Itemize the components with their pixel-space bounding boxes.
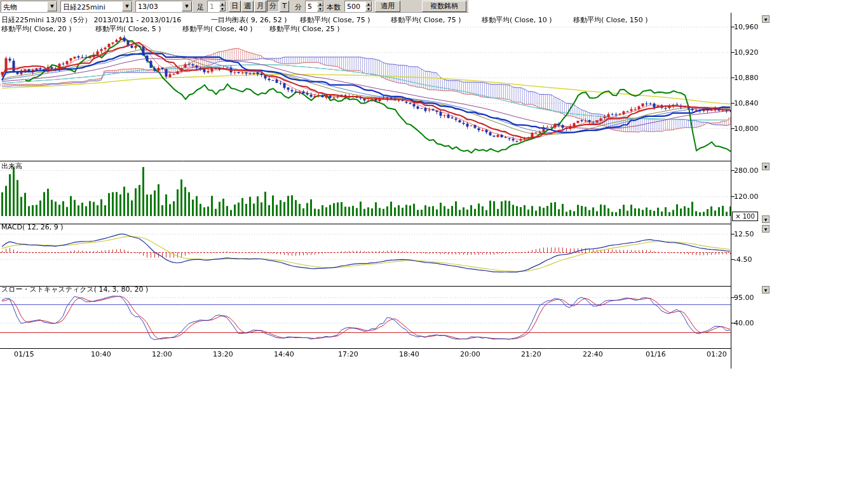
spin-down-icon[interactable]: ▼ bbox=[219, 6, 226, 11]
macd-axis-label: -4.50 bbox=[734, 255, 752, 264]
time-axis-label: 01:20 bbox=[707, 350, 727, 358]
price-axis-label: 10,920 bbox=[734, 48, 759, 57]
bar-count-value: 500 bbox=[347, 3, 360, 11]
indicator-label-ma150: 移動平均( Close, 150 ) bbox=[573, 15, 648, 25]
price-panel-collapse-button[interactable]: ▼ bbox=[762, 15, 770, 23]
time-axis-label: 18:40 bbox=[399, 350, 419, 358]
volume-axis-label: 280.00 bbox=[734, 166, 759, 175]
instrument-type-value: 先物 bbox=[3, 3, 17, 12]
macd-axis-label: 12.50 bbox=[734, 230, 754, 238]
macd-panel-title: MACD( 12, 26, 9 ) bbox=[1, 223, 64, 231]
minute-stepper[interactable]: 5 ▲ ▼ bbox=[305, 1, 324, 12]
bar-count-stepper[interactable]: 500 ▲ ▼ bbox=[344, 1, 372, 12]
indicator-label-ma20: 移動平均( Close, 20 ) bbox=[1, 24, 72, 34]
price-axis-label: 10,960 bbox=[734, 23, 759, 31]
time-axis-label: 17:20 bbox=[338, 350, 358, 358]
spin-up-icon[interactable]: ▲ bbox=[365, 1, 372, 6]
period-month-button[interactable]: 月 bbox=[254, 1, 266, 12]
minute-label: 分 bbox=[295, 3, 302, 12]
stoch-panel-collapse-button[interactable]: ▼ bbox=[762, 286, 770, 294]
time-axis-label: 12:00 bbox=[152, 350, 172, 358]
volume-axis-label: 120.00 bbox=[734, 193, 759, 201]
chevron-down-icon[interactable]: ▼ bbox=[182, 1, 192, 11]
volume-panel-collapse-button[interactable]: ▼ bbox=[762, 163, 770, 170]
volume-scale-collapse-button[interactable]: ▼ bbox=[762, 215, 770, 223]
spin-down-icon[interactable]: ▼ bbox=[317, 6, 323, 11]
chart-area[interactable] bbox=[0, 13, 770, 369]
minute-value: 5 bbox=[308, 3, 312, 11]
time-axis-label: 13:20 bbox=[213, 350, 233, 358]
volume-multiplier-badge: × 100 bbox=[732, 212, 758, 221]
contract-month-value: 13/03 bbox=[138, 3, 158, 11]
period-day-button[interactable]: 日 bbox=[229, 1, 241, 12]
interval-stepper[interactable]: 1 ▲ ▼ bbox=[207, 1, 226, 12]
stoch-axis-label: 95.00 bbox=[734, 294, 754, 302]
stochastics-panel-title: スロー・ストキャスティクス( 14, 3, 80, 20 ) bbox=[1, 285, 148, 294]
apply-button[interactable]: 適用 bbox=[375, 1, 400, 12]
period-week-button[interactable]: 週 bbox=[241, 1, 254, 12]
bar-type-label: 足 bbox=[197, 3, 204, 12]
price-axis-label: 10,800 bbox=[734, 125, 759, 133]
chevron-down-icon[interactable]: ▼ bbox=[122, 1, 132, 11]
time-axis-label: 20:00 bbox=[460, 350, 480, 358]
time-axis-label: 10:40 bbox=[91, 350, 111, 358]
spin-up-icon[interactable]: ▲ bbox=[317, 1, 323, 6]
indicator-label-ma75b: 移動平均( Close, 75 ) bbox=[391, 15, 461, 25]
macd-panel-collapse-button[interactable]: ▼ bbox=[762, 225, 770, 233]
indicator-label-ma5: 移動平均( Close, 5 ) bbox=[95, 24, 161, 34]
time-axis-label: 01/15 bbox=[14, 350, 34, 358]
indicator-label-ma75: 移動平均( Close, 75 ) bbox=[300, 15, 370, 25]
time-axis-label: 22:40 bbox=[583, 350, 603, 358]
chevron-down-icon[interactable]: ▼ bbox=[47, 1, 57, 11]
toolbar: 先物 ▼ 日経225mini ▼ 13/03 ▼ 足 1 ▲ ▼ 日 週 月 分… bbox=[0, 0, 468, 13]
trading-app-window: { "toolbar": { "combos": [ { "name": "in… bbox=[0, 0, 868, 488]
indicator-label-ma40: 移動平均( Close, 40 ) bbox=[182, 24, 253, 34]
time-axis-label: 01/16 bbox=[646, 350, 666, 358]
indicator-label-ichimoku: 一目均衡表( 9, 26, 52 ) bbox=[211, 15, 287, 25]
chart-title: 日経225mini 13/03（5分） 2013/01/11 - 2013/01… bbox=[1, 15, 181, 25]
time-axis-label: 14:40 bbox=[274, 350, 294, 358]
spin-up-icon[interactable]: ▲ bbox=[219, 1, 226, 6]
symbol-value: 日経225mini bbox=[63, 3, 105, 12]
volume-panel-title: 出来高 bbox=[1, 161, 22, 171]
indicator-label-ma25: 移動平均( Close, 25 ) bbox=[269, 24, 340, 34]
spin-down-icon[interactable]: ▼ bbox=[365, 6, 372, 11]
symbol-dropdown[interactable]: 日経225mini ▼ bbox=[60, 1, 133, 12]
bar-count-label: 本数 bbox=[327, 3, 341, 12]
price-axis-label: 10,880 bbox=[734, 74, 759, 82]
time-axis-label: 21:20 bbox=[521, 350, 541, 358]
period-minute-button[interactable]: 分 bbox=[267, 1, 279, 12]
interval-value: 1 bbox=[210, 3, 214, 11]
period-tick-button[interactable]: T bbox=[280, 1, 289, 12]
stoch-axis-label: 40.00 bbox=[734, 319, 754, 327]
multi-symbol-button[interactable]: 複数銘柄 bbox=[422, 1, 466, 12]
price-axis-label: 10,840 bbox=[734, 99, 759, 107]
contract-month-dropdown[interactable]: 13/03 ▼ bbox=[135, 1, 193, 12]
indicator-label-ma10: 移動平均( Close, 10 ) bbox=[482, 15, 552, 25]
instrument-type-dropdown[interactable]: 先物 ▼ bbox=[1, 1, 58, 12]
